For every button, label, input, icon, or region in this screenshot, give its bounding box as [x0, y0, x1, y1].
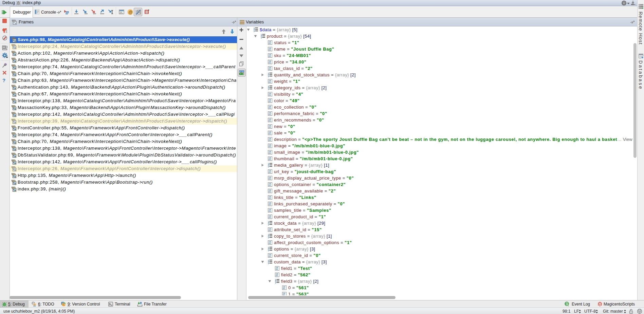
svg-text:01: 01 [269, 159, 271, 161]
svg-text:01: 01 [269, 178, 271, 180]
svg-text:3: 3 [268, 75, 269, 77]
svg-text:3: 3 [268, 262, 269, 264]
svg-text:01: 01 [269, 146, 271, 148]
svg-text:01: 01 [269, 126, 271, 129]
svg-text:01: 01 [269, 184, 271, 187]
svg-text:01: 01 [269, 133, 271, 135]
svg-text:01: 01 [269, 55, 271, 58]
svg-text:3: 3 [268, 166, 269, 167]
svg-text:3: 3 [268, 237, 269, 238]
svg-text:01: 01 [269, 81, 271, 84]
svg-text:01: 01 [269, 217, 271, 219]
svg-text:01: 01 [269, 100, 271, 103]
svg-text:01: 01 [276, 268, 278, 271]
svg-text:01: 01 [276, 275, 278, 277]
svg-text:01: 01 [269, 171, 271, 174]
svg-text:01: 01 [269, 139, 271, 142]
svg-text:01: 01 [269, 255, 271, 258]
svg-text:3: 3 [261, 37, 262, 38]
svg-text:01: 01 [269, 191, 271, 193]
svg-text:1: 1 [566, 302, 568, 306]
svg-text:3: 3 [268, 224, 269, 225]
svg-text:01: 01 [283, 288, 286, 290]
svg-text:3: 3 [268, 250, 269, 251]
svg-text:01: 01 [269, 197, 271, 200]
svg-text:?: ? [2, 78, 5, 83]
svg-text:01: 01 [269, 107, 271, 109]
svg-text:3: 3 [268, 88, 269, 90]
svg-text:01: 01 [269, 94, 271, 96]
svg-text:01: 01 [269, 152, 271, 154]
svg-text:01: 01 [269, 62, 271, 64]
svg-text:3: 3 [254, 30, 255, 32]
svg-text:01: 01 [269, 242, 271, 245]
svg-text:01: 01 [269, 204, 271, 206]
svg-text:01: 01 [269, 68, 271, 71]
svg-text:01: 01 [269, 229, 271, 232]
svg-text:01: 01 [283, 294, 286, 295]
svg-text:01: 01 [269, 120, 271, 122]
svg-text:@: @ [128, 10, 132, 15]
svg-text:3: 3 [275, 282, 276, 283]
svg-text:01: 01 [269, 113, 271, 116]
svg-text:01: 01 [269, 210, 271, 213]
svg-text:01: 01 [269, 42, 271, 45]
svg-text:01: 01 [269, 49, 271, 51]
